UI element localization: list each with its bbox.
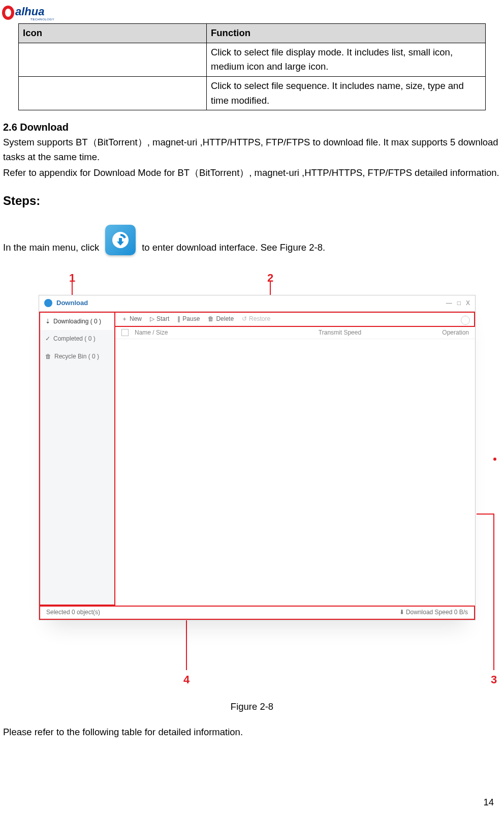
sidebar-item-downloading[interactable]: ⇣ Downloading ( 0 ) <box>40 313 114 330</box>
window-min-icon[interactable]: — <box>446 298 452 308</box>
download-statusbar: Selected 0 object(s) ⬇ Download Speed 0 … <box>39 606 475 620</box>
plus-icon: ＋ <box>121 314 128 324</box>
sidebar-item-label: Completed ( 0 ) <box>53 334 96 344</box>
downloading-icon: ⇣ <box>45 317 50 326</box>
new-button[interactable]: ＋New <box>121 314 142 324</box>
svg-text:alhua: alhua <box>15 5 44 18</box>
section-p1: System supports BT（BitTorrent）, magnet-u… <box>3 135 501 164</box>
check-icon: ✓ <box>45 334 50 344</box>
status-speed-value: Download Speed 0 B/s <box>406 609 468 616</box>
play-icon: ▷ <box>150 314 154 324</box>
window-title: Download <box>56 298 88 308</box>
sidebar-item-label: Recycle Bin ( 0 ) <box>54 352 99 362</box>
steps-heading: Steps: <box>3 191 501 210</box>
callout-line <box>477 514 494 515</box>
section-p2: Refer to appendix for Download Mode for … <box>3 166 501 180</box>
column-header-row: Name / Size Transmit Speed Operation <box>115 327 475 339</box>
icon-function-table: Icon Function Click to select file displ… <box>18 23 486 110</box>
svg-point-1 <box>5 9 11 17</box>
page-number: 14 <box>483 797 494 808</box>
callout-line <box>186 620 187 670</box>
download-window: Download — □ X ⇣ Downloading ( 0 ) ✓ Co <box>39 295 476 620</box>
trash-icon: 🗑 <box>208 314 214 324</box>
delete-button[interactable]: 🗑Delete <box>208 314 234 324</box>
trash-icon: 🗑 <box>45 352 51 362</box>
download-toolbar: ＋New ▷Start ‖Pause 🗑Delete ↺Restore <box>115 312 475 327</box>
callout-dot <box>493 458 496 461</box>
start-button[interactable]: ▷Start <box>150 314 169 324</box>
download-window-icon <box>44 299 52 307</box>
button-label: New <box>130 314 142 324</box>
window-close-icon[interactable]: X <box>466 298 470 308</box>
col-speed: Transmit Speed <box>262 328 418 338</box>
callout-line <box>493 514 494 670</box>
download-list-area <box>115 339 475 606</box>
button-label: Restore <box>249 314 270 324</box>
button-label: Pause <box>182 314 200 324</box>
cell-icon-2 <box>19 77 207 110</box>
cell-icon-1 <box>19 43 207 76</box>
cell-func-1: Click to select file display mode. It in… <box>207 43 486 76</box>
figure-caption: Figure 2-8 <box>3 700 501 714</box>
sidebar-item-label: Downloading ( 0 ) <box>53 317 101 326</box>
restore-icon: ↺ <box>242 314 247 324</box>
pause-icon: ‖ <box>177 314 180 324</box>
col-operation: Operation <box>418 328 469 338</box>
download-sidebar: ⇣ Downloading ( 0 ) ✓ Completed ( 0 ) 🗑 … <box>39 312 115 606</box>
window-max-icon[interactable]: □ <box>457 298 461 308</box>
sidebar-item-recycle[interactable]: 🗑 Recycle Bin ( 0 ) <box>40 348 114 366</box>
button-label: Start <box>156 314 169 324</box>
status-speed: ⬇ Download Speed 0 B/s <box>399 608 468 617</box>
callout-3: 3 <box>491 671 497 688</box>
figure-2-8: 1 2 3 4 Download — □ X <box>3 269 501 691</box>
status-selected: Selected 0 object(s) <box>46 608 100 617</box>
cell-func-2: Click to select file sequence. It includ… <box>207 77 486 110</box>
click-text-before: In the main menu, click <box>3 240 99 255</box>
sidebar-item-completed[interactable]: ✓ Completed ( 0 ) <box>40 330 114 348</box>
select-all-checkbox[interactable] <box>121 329 129 336</box>
section-heading: 2.6 Download <box>3 119 501 135</box>
svg-text:TECHNOLOGY: TECHNOLOGY <box>30 18 54 21</box>
th-icon: Icon <box>19 24 207 43</box>
restore-button[interactable]: ↺Restore <box>242 314 270 324</box>
click-text-after: to enter download interface. See Figure … <box>142 240 325 255</box>
search-icon[interactable] <box>461 316 470 325</box>
brand-logo: alhua TECHNOLOGY <box>1 4 504 21</box>
after-figure-text: Please refer to the following table for … <box>3 725 501 740</box>
button-label: Delete <box>216 314 234 324</box>
callout-4: 4 <box>183 671 190 688</box>
download-app-icon <box>105 225 136 255</box>
pause-button[interactable]: ‖Pause <box>177 314 200 324</box>
th-function: Function <box>207 24 486 43</box>
col-name: Name / Size <box>135 328 262 338</box>
